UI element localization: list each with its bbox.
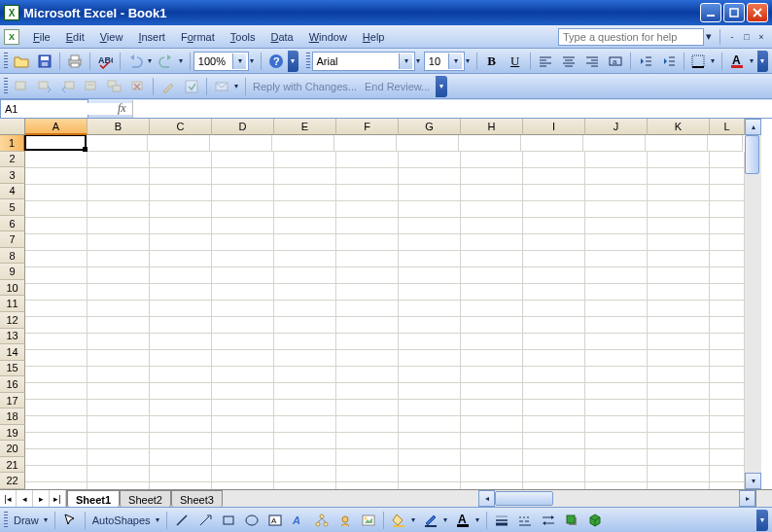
cell[interactable] — [646, 135, 708, 152]
show-comment-button[interactable] — [81, 76, 102, 97]
cell[interactable] — [399, 334, 461, 350]
diagram-button[interactable] — [311, 510, 333, 531]
cell[interactable] — [399, 433, 461, 449]
cell[interactable] — [585, 152, 648, 168]
cell[interactable] — [336, 234, 399, 251]
cell[interactable] — [461, 201, 523, 218]
cell[interactable] — [212, 218, 274, 234]
cell[interactable] — [523, 383, 585, 400]
cell[interactable] — [150, 267, 212, 284]
cell[interactable] — [25, 334, 88, 350]
cell[interactable] — [523, 482, 585, 489]
cell[interactable] — [461, 400, 523, 416]
cell[interactable] — [336, 383, 399, 400]
font-color-dropdown-icon[interactable]: ▾ — [750, 56, 757, 65]
font-color-button[interactable]: A — [726, 51, 748, 72]
row-header[interactable]: 10 — [0, 280, 25, 297]
cell[interactable] — [150, 201, 212, 218]
column-header[interactable]: A — [25, 119, 88, 135]
cell[interactable] — [150, 334, 212, 350]
scroll-up-button[interactable]: ▴ — [745, 119, 761, 135]
cell[interactable] — [336, 416, 399, 433]
column-header[interactable]: H — [461, 119, 523, 135]
cell[interactable] — [648, 350, 710, 367]
cell[interactable] — [88, 482, 150, 489]
draw-dropdown-icon[interactable]: ▾ — [44, 515, 52, 524]
cell[interactable] — [461, 334, 523, 350]
cell[interactable] — [88, 152, 150, 168]
update-button[interactable] — [181, 76, 202, 97]
cell[interactable] — [274, 251, 336, 267]
cell[interactable] — [336, 400, 399, 416]
draw-menu-label[interactable]: Draw — [10, 514, 43, 526]
row-header[interactable]: 9 — [0, 264, 25, 280]
cell[interactable] — [212, 185, 274, 201]
row-header[interactable]: 11 — [0, 296, 25, 312]
cell[interactable] — [88, 234, 150, 251]
cell[interactable] — [710, 234, 745, 251]
sheet-tab[interactable]: Sheet3 — [171, 490, 223, 507]
row-header[interactable]: 5 — [0, 199, 25, 216]
cell[interactable] — [336, 152, 399, 168]
cell[interactable] — [583, 135, 646, 152]
row-header[interactable]: 7 — [0, 231, 25, 248]
cell[interactable] — [399, 234, 461, 251]
cell[interactable] — [461, 367, 523, 383]
cell[interactable] — [274, 449, 336, 466]
cell[interactable] — [523, 152, 585, 168]
cell[interactable] — [648, 267, 710, 284]
cell[interactable] — [399, 367, 461, 383]
cell[interactable] — [585, 185, 648, 201]
cell[interactable] — [212, 267, 274, 284]
row-header[interactable]: 15 — [0, 361, 25, 377]
cell[interactable] — [212, 367, 274, 383]
cell[interactable] — [523, 185, 585, 201]
cell[interactable] — [648, 152, 710, 168]
cell[interactable] — [88, 218, 150, 234]
cell[interactable] — [88, 168, 150, 185]
align-right-button[interactable] — [581, 51, 603, 72]
line-style-button[interactable] — [491, 510, 512, 531]
toolbar-overflow-button[interactable]: ▾ — [757, 51, 768, 72]
maximize-button[interactable] — [723, 3, 745, 22]
cell[interactable] — [25, 301, 88, 317]
cell[interactable] — [25, 449, 88, 466]
insert-picture-button[interactable] — [358, 510, 379, 531]
formula-input[interactable] — [132, 100, 772, 118]
cell[interactable] — [24, 135, 87, 151]
clipart-button[interactable] — [334, 510, 356, 531]
column-header[interactable]: I — [523, 119, 585, 135]
cell[interactable] — [25, 251, 88, 267]
cell[interactable] — [88, 466, 150, 482]
cell[interactable] — [88, 201, 150, 218]
cell[interactable] — [648, 301, 710, 317]
save-button[interactable] — [34, 51, 55, 72]
row-header[interactable]: 12 — [0, 312, 25, 329]
cell-area[interactable] — [25, 135, 745, 489]
cell[interactable] — [523, 168, 585, 185]
cell[interactable] — [150, 301, 212, 317]
cell[interactable] — [585, 218, 648, 234]
cell[interactable] — [212, 168, 274, 185]
cell[interactable] — [274, 482, 336, 489]
cell[interactable] — [274, 218, 336, 234]
cell[interactable] — [585, 416, 648, 433]
select-objects-button[interactable] — [59, 510, 81, 531]
cell[interactable] — [461, 383, 523, 400]
cell[interactable] — [25, 400, 88, 416]
cell[interactable] — [461, 284, 523, 301]
cell[interactable] — [25, 267, 88, 284]
cell[interactable] — [399, 350, 461, 367]
cell[interactable] — [523, 317, 585, 334]
row-header[interactable]: 4 — [0, 184, 25, 200]
cell[interactable] — [336, 201, 399, 218]
cell[interactable] — [150, 383, 212, 400]
cell[interactable] — [399, 482, 461, 489]
toolbar-overflow-button[interactable]: ▾ — [436, 76, 447, 97]
new-comment-button[interactable] — [11, 76, 32, 97]
row-header[interactable]: 22 — [0, 473, 25, 489]
horizontal-scrollbar[interactable]: ◂ ▸ — [478, 490, 755, 507]
toolbar-grip-icon[interactable] — [4, 512, 8, 529]
cell[interactable] — [212, 284, 274, 301]
cell[interactable] — [274, 383, 336, 400]
